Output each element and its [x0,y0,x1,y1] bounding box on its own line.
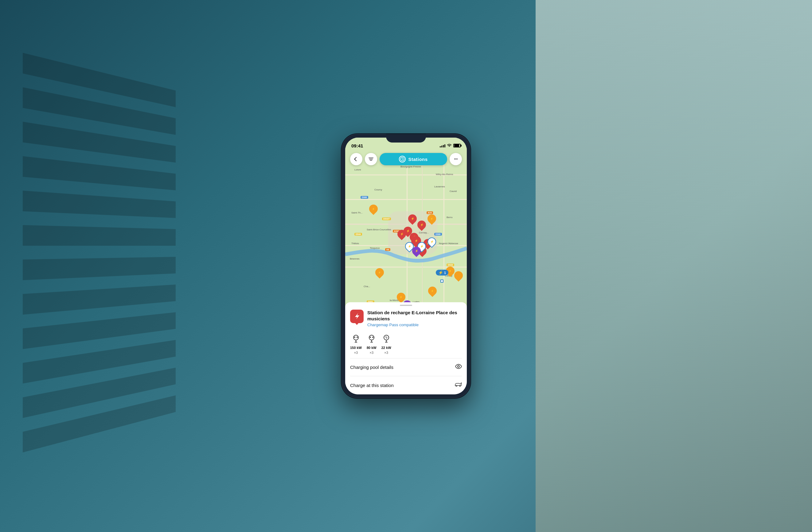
road-d966: D966 [361,196,368,199]
phone-screen: 09:41 [345,138,467,394]
charger-icon-2 [367,334,376,345]
station-name: Station de recharge E-Lorraine Place des… [367,310,462,321]
filter-line-1 [368,158,374,158]
battery-fill [454,144,459,147]
marker-red-2[interactable]: ⚡ [417,220,426,229]
charger-count-2: ×3 [370,351,374,355]
label-tinqueux: Tinqueux [370,247,380,249]
charger-spec-3: 22 kW ×3 [381,334,391,355]
label-thillois: Thillois [351,242,359,245]
filter-icon [368,158,374,161]
charging-pool-label: Charging pool details [350,364,393,370]
marker-orange-3[interactable]: ⚡ [375,268,384,277]
marker-orange-7[interactable] [454,271,463,280]
station-details: Station de recharge E-Lorraine Place des… [367,310,462,327]
charging-pool-row[interactable]: Charging pool details [345,358,467,376]
label-courcy: Courcy [374,188,382,191]
label-nogent: Nogent-l'Abbesse [439,242,458,245]
filter-line-2 [369,159,373,159]
label-saintth: Saint-Th... [351,211,363,214]
label-beannes: Béannes [350,257,360,260]
charge-station-row[interactable]: Charge at this station [345,376,467,394]
label-sbcourcelles: Saint-Brice-Courcelles [367,228,391,231]
signal-bar-4 [445,144,445,147]
station-icon-wrap [350,310,364,323]
signal-bars-icon [440,144,445,147]
svg-point-7 [372,337,374,338]
label-witry: Witry-lès-Reims [436,173,453,176]
charger-power-2: 80 kW [367,346,377,349]
charger-spec-2: 80 kW ×3 [367,334,377,355]
bg-bars [23,39,176,452]
chevron-left-icon [354,157,358,161]
charger-count-1: ×3 [354,351,358,355]
charger-specs: 150 kW ×3 80 [345,332,467,358]
marker-orange-2[interactable]: ⚡ [427,214,436,223]
road-h2 [345,199,467,200]
svg-point-1 [354,337,355,338]
station-pass: Chargemap Pass compatible [367,322,462,327]
marker-orange-1[interactable]: ⚡ [369,204,378,213]
stations-button[interactable]: Stations [380,153,447,165]
badge-lightning-icon: ⚡ [438,270,443,275]
marker-orange-5[interactable]: ⚡ [428,287,437,295]
label-caurel: Caurel [450,190,457,192]
signal-bar-3 [443,145,444,147]
road-d980: D980 [434,233,442,235]
back-button[interactable] [350,153,362,165]
road-a34: A34 [426,211,433,214]
charger-power-1: 150 kW [350,346,362,349]
route-dot [440,279,444,283]
road-d944: D944 [354,233,362,235]
car-charging-icon [454,382,462,389]
stations-label: Stations [408,157,427,162]
stations-icon [399,156,406,162]
svg-point-13 [458,365,460,368]
road-a4: A4 [385,248,390,251]
charging-icon [353,313,360,320]
wifi-icon [447,143,452,148]
map-nav: Stations ··· [350,153,462,165]
charger-icon-3 [382,334,391,345]
badge-count: 1 [444,271,446,275]
charger-count-3: ×3 [384,351,388,355]
label-berru: Berru [447,216,453,219]
label-lavannes: Lavannes [434,185,445,188]
marker-red-1[interactable]: ⚡ [408,214,417,223]
marker-purple-1[interactable]: ⚡ [412,247,421,255]
station-info: Station de recharge E-Lorraine Place des… [345,306,467,332]
charge-station-label: Charge at this station [350,383,394,388]
bg-right [536,0,812,532]
charger-power-3: 22 kW [381,346,391,349]
marker-orange-4[interactable]: ⚡ [397,293,405,301]
label-cha: Cha... [364,285,370,288]
status-icons [440,143,461,148]
marker-blue-3[interactable]: ⚡ [427,238,436,246]
bottom-sheet: Station de recharge E-Lorraine Place des… [345,302,467,394]
more-dots: ··· [454,156,458,162]
charger-icon-1 [352,334,360,345]
phone-wrapper: 09:41 [342,134,470,398]
notch [386,134,426,143]
svg-point-2 [357,337,358,338]
more-button[interactable]: ··· [450,153,462,165]
label-loivre: Loivre [354,168,361,171]
marker-red-4[interactable]: ⚡ [397,230,406,238]
battery-icon [453,144,461,147]
svg-point-6 [370,337,371,338]
road-d944-r: D944 [447,263,454,266]
label-cernay: Cernay... [419,231,429,234]
filter-button[interactable] [365,153,377,165]
label-bourgogne: Bourgogne-Fresne [401,165,421,168]
filter-line-3 [370,160,372,161]
road-d944t: D944T [382,217,391,220]
svg-point-14 [456,386,457,386]
eye-icon [455,364,462,371]
signal-bar-1 [440,146,441,147]
charger-spec-1: 150 kW ×3 [350,334,362,355]
marker-badge-1[interactable]: ⚡ 1 [436,270,448,275]
signal-bar-2 [441,146,442,147]
svg-point-15 [460,386,460,386]
status-time: 09:41 [351,143,363,148]
phone: 09:41 [342,134,470,398]
